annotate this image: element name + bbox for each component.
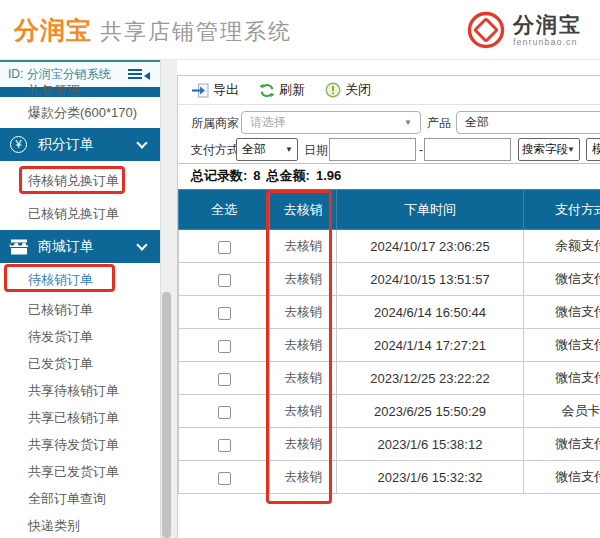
- row-checkbox[interactable]: [218, 274, 231, 287]
- sidebar-item[interactable]: 共享已核销订单: [0, 404, 160, 431]
- export-button[interactable]: 导出: [192, 81, 239, 99]
- orders-table: 全选 去核销 下单时间 支付方式 去核销2024/10/17 23:06:25余…: [178, 189, 600, 494]
- verify-cell: 去核销: [270, 428, 337, 461]
- product-label: 产品: [427, 111, 451, 135]
- sidebar-item[interactable]: 快递类别: [0, 512, 160, 538]
- column-payment: 支付方式: [524, 190, 600, 230]
- column-order-time: 下单时间: [337, 190, 524, 230]
- row-checkbox[interactable]: [218, 472, 231, 485]
- verify-button[interactable]: 去核销: [284, 239, 322, 253]
- table-row: 去核销2023/12/25 23:22:22微信支付: [179, 362, 600, 395]
- coin-logo-icon: [466, 10, 506, 50]
- order-time: 2023/1/6 15:38:12: [337, 428, 524, 461]
- verify-button[interactable]: 去核销: [284, 470, 322, 484]
- chevron-down-icon: [136, 239, 147, 250]
- row-checkbox[interactable]: [218, 241, 231, 254]
- table-header-row: 全选 去核销 下单时间 支付方式: [179, 190, 600, 230]
- date-label: 日期: [304, 138, 328, 162]
- verify-button[interactable]: 去核销: [284, 371, 322, 385]
- company-logo: 分润宝 fenrunbao.cn: [466, 10, 582, 50]
- main-panel: 导出 刷新 ! 关闭 所属商家: [177, 75, 600, 538]
- order-time: 2023/12/25 23:22:22: [337, 362, 524, 395]
- scrollbar-thumb[interactable]: [162, 292, 171, 538]
- payment-method: 会员卡: [524, 395, 600, 428]
- close-icon: !: [325, 82, 341, 98]
- verify-button[interactable]: 去核销: [284, 437, 322, 451]
- fuzzy-label: 模糊: [592, 142, 600, 156]
- chevron-down-icon: ▼: [285, 139, 293, 160]
- sidebar: ID: 分润宝分销系统 礼包管理爆款分类(600*170)¥积分订单待核销兑换订…: [0, 60, 160, 538]
- fuzzy-match-button[interactable]: 模糊: [586, 138, 600, 161]
- chevron-down-icon: [136, 137, 147, 148]
- product-value: 全部: [465, 115, 489, 129]
- select-cell: [179, 329, 270, 362]
- verify-cell: 去核销: [270, 395, 337, 428]
- refresh-button[interactable]: 刷新: [259, 81, 305, 99]
- verify-button[interactable]: 去核销: [284, 338, 322, 352]
- close-button[interactable]: ! 关闭: [325, 81, 371, 99]
- sidebar-item[interactable]: 待核销兑换订单: [0, 167, 160, 194]
- order-time: 2023/1/6 15:32:32: [337, 461, 524, 494]
- row-checkbox[interactable]: [218, 373, 231, 386]
- sidebar-section[interactable]: 商城订单: [0, 230, 160, 263]
- brand-name: 分润宝: [14, 14, 92, 47]
- verify-cell: 去核销: [270, 461, 337, 494]
- payment-method: 微信支付: [524, 362, 600, 395]
- product-select[interactable]: 全部: [456, 111, 600, 134]
- verify-button[interactable]: 去核销: [284, 404, 322, 418]
- sidebar-item[interactable]: 共享已发货订单: [0, 458, 160, 485]
- sidebar-item[interactable]: 待核销订单: [0, 266, 160, 293]
- refresh-label: 刷新: [279, 81, 305, 99]
- sidebar-item[interactable]: 已发货订单: [0, 350, 160, 377]
- row-checkbox[interactable]: [218, 307, 231, 320]
- chevron-down-icon: ▼: [404, 112, 412, 133]
- date-start-input[interactable]: [329, 138, 416, 161]
- payment-method: 微信支付: [524, 263, 600, 296]
- search-field-select[interactable]: 搜索字段 ▼: [518, 138, 580, 161]
- table-row: 去核销2024/10/17 23:06:25余额支付: [179, 230, 600, 263]
- table-row: 去核销2024/6/14 16:50:44微信支付: [179, 296, 600, 329]
- sidebar-item[interactable]: 爆款分类(600*170): [0, 102, 160, 124]
- sidebar-item[interactable]: 礼包管理: [0, 80, 160, 102]
- merchant-select[interactable]: 请选择 ▼: [241, 111, 421, 134]
- sidebar-item[interactable]: 共享待发货订单: [0, 431, 160, 458]
- sidebar-item[interactable]: 已核销兑换订单: [0, 200, 160, 227]
- date-end-input[interactable]: [424, 138, 511, 161]
- date-range-separator: -: [419, 138, 423, 162]
- sidebar-item[interactable]: 待发货订单: [0, 323, 160, 350]
- verify-button[interactable]: 去核销: [284, 305, 322, 319]
- svg-text:!: !: [331, 85, 334, 96]
- payment-method: 微信支付: [524, 461, 600, 494]
- filter-panel: 所属商家 请选择 ▼ 产品 全部 支付方式 全部 ▼ 日期 - 搜索字段 ▼: [178, 104, 600, 164]
- column-verify: 去核销: [270, 190, 337, 230]
- payment-select[interactable]: 全部 ▼: [236, 138, 298, 161]
- logo-name: 分润宝: [513, 13, 582, 37]
- export-label: 导出: [213, 81, 239, 99]
- payment-method: 微信支付: [524, 296, 600, 329]
- app-title: 分润宝 共享店铺管理系统: [14, 14, 292, 47]
- verify-cell: 去核销: [270, 329, 337, 362]
- row-checkbox[interactable]: [218, 340, 231, 353]
- amount-label: 总金额:: [267, 168, 310, 183]
- sidebar-section[interactable]: ¥积分订单: [0, 128, 160, 161]
- chevron-down-icon: ▼: [567, 139, 575, 160]
- sidebar-item[interactable]: 全部订单查询: [0, 485, 160, 512]
- sidebar-item[interactable]: 已核销订单: [0, 296, 160, 323]
- order-time: 2024/10/17 23:06:25: [337, 230, 524, 263]
- row-checkbox[interactable]: [218, 406, 231, 419]
- refresh-icon: [259, 83, 275, 98]
- sidebar-item[interactable]: 共享待核销订单: [0, 377, 160, 404]
- app-header: 分润宝 共享店铺管理系统 分润宝 fenrunbao.cn: [0, 0, 600, 60]
- search-field-value: 搜索字段: [522, 143, 568, 155]
- row-checkbox[interactable]: [218, 439, 231, 452]
- export-icon: [192, 83, 209, 98]
- verify-button[interactable]: 去核销: [284, 272, 322, 286]
- select-cell: [179, 263, 270, 296]
- payment-filter-value: 全部: [242, 142, 266, 156]
- table-row: 去核销2023/1/6 15:32:32微信支付: [179, 461, 600, 494]
- summary-bar: 总记录数:8总金额:1.96: [191, 167, 347, 185]
- records-label: 总记录数:: [191, 168, 247, 183]
- column-select-all[interactable]: 全选: [179, 190, 270, 230]
- verify-cell: 去核销: [270, 263, 337, 296]
- order-time: 2024/6/14 16:50:44: [337, 296, 524, 329]
